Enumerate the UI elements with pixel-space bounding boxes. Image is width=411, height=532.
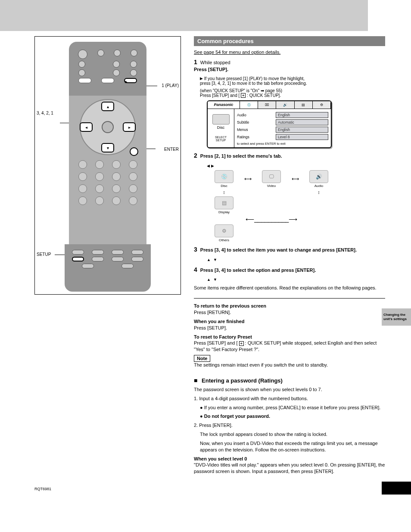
dpad-right-icon: ▸ bbox=[123, 122, 136, 132]
step-4-text: Press [3, 4] to select the option and pr… bbox=[200, 268, 316, 273]
remote-diagram: 1 (PLAY) 3, 4, 2, 1 ENTER SETUP bbox=[34, 36, 181, 295]
right-arrow-icon: ▶ bbox=[211, 164, 214, 168]
harr-long-icon: ⟵⎯⎯⎯⎯⎯⎯⎯⎯⎯⎯⟶ bbox=[246, 216, 297, 223]
header-banner bbox=[0, 0, 368, 31]
harr-icon: ⟷ bbox=[292, 176, 299, 182]
osd-hint: to select and press ENTER to exit bbox=[237, 142, 328, 146]
dpad: ▴ ▾ ◂ ▸ bbox=[80, 99, 136, 155]
tab-order-diagram: 💿Disc ⟷ 🖵Video ⟷ 🔊Audio ↕ ↕ ▤Display ⟵⎯⎯… bbox=[207, 170, 385, 242]
caution-line-1: If you have pressed [1] (PLAY) to move t… bbox=[204, 76, 305, 81]
dpad-left-icon: ◂ bbox=[80, 122, 93, 132]
osd-row-audio: Audio English bbox=[237, 112, 328, 118]
osd-tab-others-icon: ⚙ bbox=[313, 101, 331, 109]
plus-icon: + bbox=[239, 341, 244, 346]
osd-row-subtitle: Subtitle Automatic bbox=[237, 119, 328, 125]
note-label: Note bbox=[194, 355, 210, 362]
step-1-number: 1 bbox=[194, 59, 197, 65]
callout-play: 1 (PLAY) bbox=[162, 83, 179, 88]
caution-line-2: press [3, 4, 2, 1] to move it to the tab… bbox=[200, 81, 307, 86]
password-heading: Entering a password (Ratings) bbox=[202, 377, 283, 384]
step-3-number: 3 bbox=[194, 246, 197, 253]
audio-icon: 🔊 bbox=[309, 170, 328, 183]
osd-tab-disc-icon: 💿 bbox=[240, 101, 258, 109]
quick-setup-instruction-b: : QUICK SETUP]. bbox=[247, 93, 281, 98]
step-4-number: 4 bbox=[194, 266, 197, 273]
note-text: The settings remain intact even if you s… bbox=[194, 362, 328, 367]
divider bbox=[194, 298, 385, 299]
play-button: ▸ bbox=[124, 78, 137, 83]
video-icon: 🖵 bbox=[262, 170, 281, 183]
level0-heading: When you select level 0 bbox=[194, 456, 247, 461]
finish-text: Press [SETUP]. bbox=[194, 325, 227, 330]
finish-heading: When you are finished bbox=[194, 319, 244, 324]
harr-icon: ⟷ bbox=[244, 176, 252, 182]
step-2-number: 2 bbox=[194, 152, 197, 159]
password-step-1: Input a 4-digit password with the number… bbox=[199, 396, 308, 401]
dpad-down-icon: ▾ bbox=[101, 143, 114, 152]
osd-side-select: SELECT bbox=[215, 136, 227, 139]
password-step-1a: If you enter a wrong number, press [CANC… bbox=[204, 405, 381, 410]
osd-side-icon bbox=[212, 114, 230, 124]
return-text: Press [RETURN]. bbox=[194, 310, 231, 315]
return-heading: To return to the previous screen bbox=[194, 303, 266, 308]
display-icon: ▤ bbox=[215, 196, 234, 209]
footer-code: RQT6981 bbox=[34, 487, 51, 491]
subtitle: See page 54 for menu and option details. bbox=[194, 50, 385, 55]
down-arrow-icon: ▼ bbox=[213, 258, 217, 262]
osd-tab-display-icon: ▤ bbox=[295, 101, 313, 109]
varr-icon: ↕ bbox=[223, 190, 225, 195]
osd-row-ratings: Ratings Level 8 bbox=[237, 134, 328, 140]
step-4-note: Some items require different operations.… bbox=[194, 285, 385, 291]
quick-setup-note: (when "QUICK SETUP" is "On" ➡ page 55) bbox=[200, 88, 282, 93]
left-arrow-icon: ◀ bbox=[207, 164, 210, 168]
step-1-context: While stopped bbox=[200, 60, 230, 65]
bullet-icon: ■ bbox=[194, 377, 197, 384]
reset-text-a: Press [SETUP] and [ bbox=[194, 340, 237, 345]
section-title: Common procedures bbox=[194, 36, 385, 46]
disc-icon: 💿 bbox=[215, 170, 234, 183]
callout-enter: ENTER bbox=[164, 147, 179, 152]
varr-icon: ↕ bbox=[318, 190, 320, 195]
osd-side-setup: SETUP bbox=[215, 139, 227, 142]
plus-icon: + bbox=[241, 93, 246, 98]
others-icon: ⚙ bbox=[215, 224, 234, 237]
quick-setup-instruction-a: Press [SETUP] and [ bbox=[200, 93, 240, 98]
enter-button bbox=[130, 147, 138, 156]
step-1-action: Press [SETUP]. bbox=[194, 67, 228, 72]
osd-menu: Panasonic 💿 ⌧ 🔊 ▤ ⚙ Disc bbox=[207, 100, 332, 148]
osd-side-label: Disc bbox=[212, 125, 230, 130]
step-2-text: Press [2, 1] to select the menu's tab. bbox=[200, 153, 282, 159]
callout-dpad: 3, 4, 2, 1 bbox=[37, 111, 53, 116]
password-step-2: Press [ENTER]. bbox=[199, 423, 233, 428]
up-arrow-icon: ▲ bbox=[207, 258, 211, 262]
dpad-up-icon: ▴ bbox=[101, 102, 114, 111]
password-step-1b: Do not forget your password. bbox=[204, 414, 270, 419]
step-3-text: Press [3, 4] to select the item you want… bbox=[200, 247, 357, 252]
password-after-2: Now, when you insert a DVD-Video that ex… bbox=[200, 440, 385, 453]
play-triangle-icon: ▶ bbox=[200, 76, 203, 81]
down-arrow-icon: ▼ bbox=[213, 277, 217, 282]
up-arrow-icon: ▲ bbox=[207, 277, 211, 282]
osd-row-menus: Menus English bbox=[237, 127, 328, 133]
password-intro: The password screen is shown when you se… bbox=[194, 386, 385, 393]
reset-heading: To reset to Factory Preset bbox=[194, 334, 252, 339]
callout-setup: SETUP bbox=[37, 252, 51, 257]
page-block bbox=[382, 482, 411, 495]
level0-text: "DVD-Video titles will not play." appear… bbox=[194, 462, 385, 474]
osd-tab-video-icon: ⌧ bbox=[258, 101, 276, 109]
setup-button bbox=[72, 257, 84, 261]
password-after-1: The lock symbol appears closed to show t… bbox=[200, 431, 385, 438]
side-tab: Changing the unit's settings bbox=[382, 308, 411, 326]
osd-brand: Panasonic bbox=[208, 101, 240, 109]
osd-tab-audio-icon: 🔊 bbox=[276, 101, 294, 109]
